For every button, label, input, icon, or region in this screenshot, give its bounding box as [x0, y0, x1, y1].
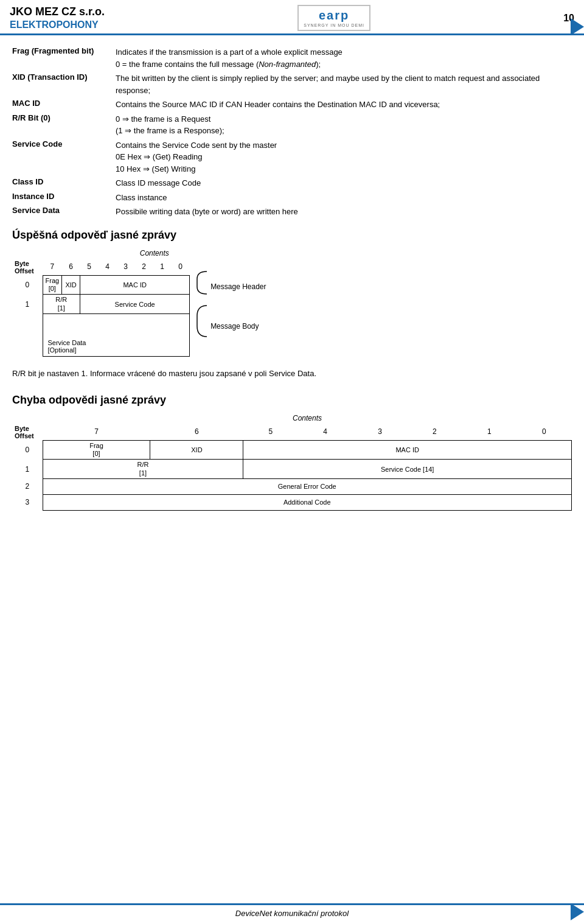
diagram1: Contents ByteOffset 7 6 5 4 3 2 — [12, 249, 572, 357]
def-desc-xid: The bit written by the client is simply … — [116, 72, 572, 96]
def-term-xid: XID (Transaction ID) — [12, 72, 116, 82]
brace-body-label: Message Body — [210, 322, 259, 331]
paragraph1: R/R bit je nastaven 1. Informace vrácené… — [12, 368, 572, 380]
diagram2-offset-2: 2 — [12, 478, 43, 494]
d2-col-5: 5 — [243, 424, 298, 441]
diagram2-grid: ByteOffset 7 6 5 4 3 2 1 0 0 Frag[0] — [12, 424, 572, 511]
servicedata-cell: Service Data[Optional] — [43, 313, 190, 356]
logo-tagline: SYNERGY IN MOU DEMI — [304, 23, 364, 27]
diagram1-row-servicedata: Service Data[Optional] — [12, 313, 190, 356]
brace-header-label: Message Header — [210, 282, 266, 291]
def-desc-classid: Class ID message Code — [116, 177, 572, 189]
logo-text: earp — [319, 9, 349, 23]
def-term-instanceid: Instance ID — [12, 192, 116, 201]
d2-frag: Frag[0] — [43, 441, 150, 460]
def-desc-servicecode: Contains the Service Code sent by the ma… — [116, 139, 572, 175]
def-row-frag: Frag (Fragmented bit) Indicates if the t… — [12, 46, 572, 70]
company-name: JKO MEZ CZ s.r.o. — [10, 5, 105, 19]
earp-logo: earp SYNERGY IN MOU DEMI — [297, 5, 370, 31]
col-header-5: 5 — [80, 259, 99, 276]
d2-rr: R/R[1] — [43, 460, 243, 478]
def-desc-servicedata: Possibile writing data (byte or word) ar… — [116, 206, 572, 218]
d2-col-1: 1 — [462, 424, 516, 441]
diagram1-grid: ByteOffset 7 6 5 4 3 2 1 0 — [12, 259, 190, 357]
diagram1-header-row: ByteOffset 7 6 5 4 3 2 1 0 — [12, 259, 190, 276]
diagram2-row-2: 2 General Error Code — [12, 478, 572, 494]
brace-body-icon — [196, 305, 208, 348]
def-term-servicecode: Service Code — [12, 139, 116, 149]
d2-general-error: General Error Code — [43, 478, 572, 494]
d2-additional-code: Additional Code — [43, 494, 572, 510]
footer-arrow-icon — [571, 903, 584, 920]
diagram2-header-row: ByteOffset 7 6 5 4 3 2 1 0 — [12, 424, 572, 441]
d2-col-0: 0 — [516, 424, 571, 441]
col-header-6: 6 — [62, 259, 80, 276]
diagram1-contents-label: Contents — [43, 249, 266, 257]
xid-cell: XID — [62, 276, 80, 295]
def-row-classid: Class ID Class ID message Code — [12, 177, 572, 189]
d2-macid: MAC ID — [243, 441, 572, 460]
diagram1-braces: Message Header Message Body — [196, 259, 266, 348]
def-row-instanceid: Instance ID Class instance — [12, 192, 572, 204]
section1-title: Úspěšná odpověď jasné zprávy — [12, 229, 572, 242]
page-footer: DeviceNet komunikační protokol — [0, 903, 584, 918]
diagram2-offset-header: ByteOffset — [12, 424, 43, 441]
brace-body: Message Body — [196, 305, 266, 348]
company-info: JKO MEZ CZ s.r.o. ELEKTROPOHONY — [10, 5, 105, 30]
def-term-servicedata: Service Data — [12, 206, 116, 215]
d2-col-3: 3 — [353, 424, 408, 441]
diagram2-row-1: 1 R/R[1] Service Code [14] — [12, 460, 572, 478]
def-row-servicecode: Service Code Contains the Service Code s… — [12, 139, 572, 175]
page-header: JKO MEZ CZ s.r.o. ELEKTROPOHONY earp SYN… — [0, 0, 584, 35]
def-row-rrbit: R/R Bit (0) 0 ⇒ the frame is a Request(1… — [12, 113, 572, 137]
diagram1-offset-sd — [12, 313, 43, 356]
brace-header: Message Header — [196, 271, 266, 303]
macid-cell: MAC ID — [80, 276, 190, 295]
def-desc-frag: Indicates if the transmission is a part … — [116, 46, 572, 70]
col-header-4: 4 — [99, 259, 117, 276]
d2-servicecode: Service Code [14] — [243, 460, 572, 478]
col-header-7: 7 — [43, 259, 62, 276]
diagram1-row-1: 1 R/R[1] Service Code — [12, 295, 190, 313]
d2-col-6: 6 — [150, 424, 243, 441]
diagram2-offset-0: 0 — [12, 441, 43, 460]
def-desc-instanceid: Class instance — [116, 192, 572, 204]
servicecode-cell-1: Service Code — [80, 295, 190, 313]
header-arrow-icon — [571, 18, 584, 35]
diagram2: Contents ByteOffset 7 6 5 4 3 2 1 0 — [12, 414, 572, 511]
rr-cell-1: R/R[1] — [43, 295, 80, 313]
diagram1-offset-1: 1 — [12, 295, 43, 313]
footer-text: DeviceNet komunikační protokol — [235, 909, 349, 918]
def-term-classid: Class ID — [12, 177, 116, 186]
brace-header-icon — [196, 271, 208, 303]
company-subtitle: ELEKTROPOHONY — [10, 19, 105, 30]
col-header-1: 1 — [153, 259, 172, 276]
d2-col-7: 7 — [43, 424, 150, 441]
def-row-macid: MAC ID Contains the Source MAC ID if CAN… — [12, 99, 572, 111]
diagram1-grid-container: ByteOffset 7 6 5 4 3 2 1 0 — [12, 259, 266, 357]
main-content: Frag (Fragmented bit) Indicates if the t… — [0, 35, 584, 528]
diagram1-row-0: 0 Frag[0] XID MAC ID — [12, 276, 190, 295]
def-row-servicedata: Service Data Possibile writing data (byt… — [12, 206, 572, 218]
def-term-macid: MAC ID — [12, 99, 116, 108]
d2-xid: XID — [150, 441, 243, 460]
diagram1-offset-header: ByteOffset — [12, 259, 43, 276]
diagram2-contents-label: Contents — [43, 414, 572, 422]
diagram2-offset-3: 3 — [12, 494, 43, 510]
col-header-2: 2 — [135, 259, 153, 276]
col-header-0: 0 — [172, 259, 190, 276]
d2-col-2: 2 — [408, 424, 462, 441]
def-row-xid: XID (Transaction ID) The bit written by … — [12, 72, 572, 96]
diagram2-offset-1: 1 — [12, 460, 43, 478]
diagram2-row-3: 3 Additional Code — [12, 494, 572, 510]
diagram2-table-wrap: Contents ByteOffset 7 6 5 4 3 2 1 0 — [12, 414, 572, 511]
diagram1-table-wrap: Contents ByteOffset 7 6 5 4 3 2 — [12, 249, 266, 357]
definitions-table: Frag (Fragmented bit) Indicates if the t… — [12, 46, 572, 218]
def-term-frag: Frag (Fragmented bit) — [12, 46, 116, 55]
def-term-rrbit: R/R Bit (0) — [12, 113, 116, 122]
diagram1-offset-0: 0 — [12, 276, 43, 295]
frag-cell: Frag[0] — [43, 276, 62, 295]
def-desc-macid: Contains the Source MAC ID if CAN Header… — [116, 99, 572, 111]
def-desc-rrbit: 0 ⇒ the frame is a Request(1 ⇒ the frame… — [116, 113, 572, 137]
col-header-3: 3 — [117, 259, 135, 276]
